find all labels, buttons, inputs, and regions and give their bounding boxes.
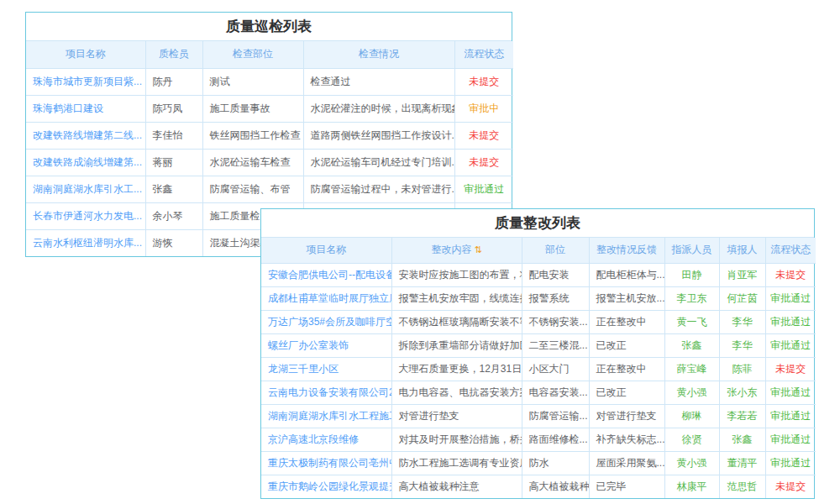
project-link[interactable]: 改建铁路线增建第二线...	[33, 129, 142, 141]
project-link[interactable]: 湖南洞庭湖水库引水工...	[33, 183, 142, 195]
rectify-feedback-cell: 已改正	[589, 333, 664, 357]
reporter-name-cell: 陈菲	[719, 357, 765, 381]
status-badge: 审批通过	[464, 183, 504, 195]
project-link-cell: 成都杜甫草堂临时展厅独立展...	[261, 286, 391, 310]
table-row: 湖南洞庭湖水库引水工程施工1...对管进行垫支防腐管运输...对管进行垫支柳琳李…	[261, 404, 816, 428]
rectify-content-cell: 报警主机安放牢固，线缆连接...	[391, 286, 522, 310]
rectify-feedback: 已完毕	[596, 480, 627, 492]
project-link[interactable]: 湖南洞庭湖水库引水工程施工1...	[268, 410, 391, 422]
status-badge-cell: 审批通过	[765, 451, 816, 475]
project-link-cell: 改建铁路成渝线增建第...	[26, 149, 145, 176]
sort-icon[interactable]: ⇅	[474, 244, 481, 255]
project-link[interactable]: 龙湖三千里小区	[268, 363, 339, 375]
reporter-name: 范思哲	[727, 480, 758, 492]
reporter-name-cell: 张鑫	[719, 428, 765, 451]
rectify-part-cell: 电容器安装...	[522, 381, 589, 404]
assignee-name-cell: 黄一飞	[664, 310, 719, 333]
status-badge-cell: 审批通过	[765, 428, 816, 451]
rectify-content: 大理石质量更换，12月31日之...	[399, 363, 522, 375]
inspection-part: 测试	[210, 76, 230, 87]
inspection-part: 铁丝网围挡工作检查	[210, 129, 301, 141]
status-badge: 未提交	[469, 76, 499, 87]
rectify-header-row: 项目名称 整改内容⇅ 部位 整改情况反馈 指派人员 填报人 流程状态	[261, 238, 816, 263]
inspection-part: 施工质量事故	[210, 102, 270, 114]
rectify-feedback-cell: 已完毕	[589, 475, 664, 498]
column-header-feedback: 整改情况反馈	[589, 238, 664, 263]
reporter-name: 李华	[732, 339, 753, 351]
column-header-part: 部位	[522, 238, 589, 263]
table-row: 重庆市鹅岭公园绿化景观提升...高大植被栽种注意高大植被栽种已完毕林康平范思哲未…	[261, 475, 816, 498]
reporter-name-cell: 李若若	[719, 404, 765, 428]
status-badge-cell: 审批通过	[765, 333, 816, 357]
rectify-part-cell: 配电安装	[522, 263, 589, 286]
column-header-reporter: 填报人	[719, 238, 765, 263]
project-link[interactable]: 云南电力设备安装有限公司20...	[268, 386, 391, 398]
assignee-name: 张鑫	[682, 339, 702, 351]
project-link[interactable]: 改建铁路成渝线增建第...	[33, 156, 142, 168]
inspection-part-cell: 测试	[202, 68, 303, 95]
column-header-content[interactable]: 整改内容⇅	[391, 238, 522, 263]
rectify-part: 小区大门	[529, 363, 570, 375]
inspection-part-cell: 铁丝网围挡工作检查	[202, 122, 303, 149]
inspection-part: 防腐管运输、布管	[210, 183, 291, 195]
reporter-name-cell: 肖亚军	[719, 263, 765, 286]
project-link[interactable]: 重庆太极制药有限公司亳州中...	[268, 457, 391, 469]
status-badge: 审批通过	[770, 386, 811, 398]
rectify-part: 防水	[529, 457, 549, 469]
assignee-name: 薛宝峰	[677, 363, 707, 375]
inspection-part-cell: 施工质量事故	[202, 95, 303, 122]
project-link[interactable]: 重庆市鹅岭公园绿化景观提升...	[268, 480, 391, 492]
project-link-cell: 湖南洞庭湖水库引水工...	[26, 176, 145, 202]
rectify-content-cell: 电力电容器、电抗器安装方案...	[391, 381, 522, 404]
assignee-name-cell: 田静	[664, 263, 719, 286]
project-link-cell: 安徽合肥供电公司--配电设备...	[261, 263, 391, 286]
status-badge: 审批通过	[770, 410, 811, 422]
rectify-feedback: 屋面采用聚氨...	[596, 457, 665, 469]
assignee-name: 徐贤	[682, 433, 702, 445]
rectify-part-cell: 报警系统	[522, 286, 589, 310]
status-badge: 未提交	[469, 156, 499, 168]
status-badge: 审批中	[469, 102, 499, 114]
table-row: 改建铁路成渝线增建第...蒋丽水泥砼运输车检查水泥砼运输车司机经过专门培训...…	[26, 149, 513, 176]
rectify-content: 报警主机安放牢固，线缆连接...	[399, 292, 522, 304]
status-badge-cell: 审批通过	[765, 310, 816, 333]
column-header-content-label: 整改内容	[431, 244, 471, 255]
project-link[interactable]: 安徽合肥供电公司--配电设备...	[268, 269, 391, 281]
rectify-feedback: 配电柜柜体与...	[596, 269, 665, 281]
project-link[interactable]: 珠海市城市更新项目紫...	[33, 76, 142, 87]
status-badge: 未提交	[469, 129, 499, 141]
assignee-name-cell: 徐贤	[664, 428, 719, 451]
inspection-situation-cell: 水泥砼灌注的时候，出现离析现象	[303, 95, 454, 122]
assignee-name-cell: 李卫东	[664, 286, 719, 310]
status-badge-cell: 未提交	[765, 475, 816, 498]
rectify-content-cell: 对其及时开展整治措施，桥头...	[391, 428, 522, 451]
inspector-name: 游恢	[153, 237, 173, 249]
project-link[interactable]: 云南水利枢纽潜明水库...	[33, 237, 142, 249]
table-row: 重庆太极制药有限公司亳州中...防水工程施工选调有专业资质...防水屋面采用聚氨…	[261, 451, 816, 475]
rectify-part: 路面维修检...	[529, 433, 588, 445]
assignee-name-cell: 薛宝峰	[664, 357, 719, 381]
project-link[interactable]: 京沪高速北京段维修	[268, 433, 359, 445]
reporter-name: 张小东	[727, 386, 758, 398]
assignee-name: 黄一飞	[677, 316, 707, 328]
project-link[interactable]: 万达广场35#会所及咖啡厅空...	[268, 316, 391, 328]
inspection-situation: 道路两侧铁丝网围挡工作按设计...	[311, 129, 455, 141]
project-link[interactable]: 长春市伊通河水力发电...	[33, 210, 142, 222]
table-row: 湖南洞庭湖水库引水工...张鑫防腐管运输、布管防腐管运输过程中，未对管进行...…	[26, 176, 513, 202]
project-link-cell: 改建铁路线增建第二线...	[26, 122, 145, 149]
status-badge-cell: 未提交	[454, 68, 513, 95]
rectify-part: 电容器安装...	[529, 386, 588, 398]
rectify-content: 高大植被栽种注意	[399, 480, 480, 492]
inspection-situation-cell: 检查通过	[303, 68, 454, 95]
reporter-name: 董清平	[727, 457, 758, 469]
status-badge-cell: 未提交	[454, 149, 513, 176]
rectify-table-panel: 质量整改列表 项目名称 整改内容⇅ 部位 整改情况反馈 指派人员 填报人 流程状…	[260, 208, 815, 499]
table-row: 成都杜甫草堂临时展厅独立展...报警主机安放牢固，线缆连接...报警系统报警主机…	[261, 286, 816, 310]
rectify-content-cell: 拆除到承重墙部分请做好加固...	[391, 333, 522, 357]
project-link[interactable]: 珠海鹤港口建设	[33, 102, 103, 114]
project-link-cell: 重庆市鹅岭公园绿化景观提升...	[261, 475, 391, 498]
project-link[interactable]: 螺丝厂办公室装饰	[268, 339, 349, 351]
project-link[interactable]: 成都杜甫草堂临时展厅独立展...	[268, 292, 391, 304]
project-link-cell: 螺丝厂办公室装饰	[261, 333, 391, 357]
inspector-name-cell: 余小琴	[145, 202, 202, 229]
